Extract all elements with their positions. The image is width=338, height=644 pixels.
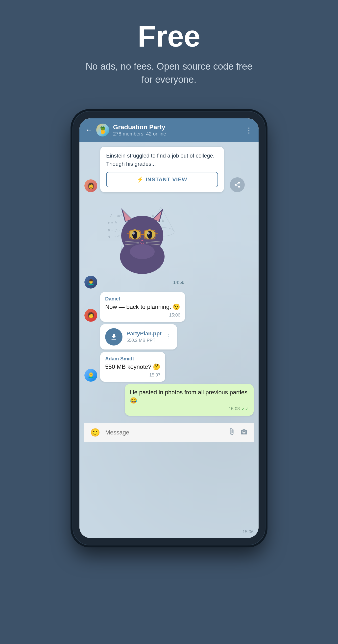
svg-line-34 xyxy=(125,243,139,243)
adam-time: 15:07 xyxy=(149,372,160,378)
instant-view-card: Einstein struggled to find a job out of … xyxy=(100,147,224,192)
svg-point-24 xyxy=(147,231,152,239)
input-bar: 🙂 xyxy=(84,423,254,442)
chat-header: ← 🍍 Graduation Party 278 members, 42 onl… xyxy=(79,118,259,142)
chat-body: 👩 Einstein struggled to find a job out o… xyxy=(79,142,259,538)
adam-meta: 15:07 xyxy=(105,372,160,378)
group-avatar-emoji: 🍍 xyxy=(98,126,107,134)
emoji-button[interactable]: 🙂 xyxy=(90,428,100,437)
svg-point-25 xyxy=(132,232,135,234)
daniel-bubble: Daniel Now — back to planning. 😉 15:06 xyxy=(100,292,185,322)
daniel-text: Now — back to planning. 😉 xyxy=(105,303,180,311)
hero-section: Free No ads, no fees. Open source code f… xyxy=(0,0,338,101)
hero-title: Free xyxy=(10,20,328,52)
daniel-msg-row: 🧑 Daniel Now — back to planning. 😉 15:06 xyxy=(84,292,254,322)
group-meta: 278 members, 42 online xyxy=(113,131,241,137)
chat-info: Graduation Party 278 members, 42 online xyxy=(113,123,241,137)
phone-frame: ← 🍍 Graduation Party 278 members, 42 onl… xyxy=(72,111,266,546)
avatar-adam: 👨‍🦲 xyxy=(84,369,97,382)
daniel-time: 15:06 xyxy=(169,312,180,318)
instant-view-row: 👩 Einstein struggled to find a job out o… xyxy=(84,147,254,192)
message-input[interactable] xyxy=(105,429,223,436)
forward-button[interactable] xyxy=(230,177,245,192)
own-text: He pasted in photos from all previous pa… xyxy=(130,388,249,405)
svg-text:θ: θ xyxy=(152,214,154,218)
bottom-spacer xyxy=(84,418,254,423)
svg-point-26 xyxy=(147,232,150,234)
group-name: Graduation Party xyxy=(113,123,241,131)
svg-text:A = πr²: A = πr² xyxy=(110,214,122,218)
file-size: 550.2 MB PPT xyxy=(126,338,162,343)
file-msg-row: PartyPlan.ppt 550.2 MB PPT ⋮ 15:06 xyxy=(84,324,254,350)
daniel-sender: Daniel xyxy=(105,296,180,302)
svg-point-39 xyxy=(130,244,155,259)
lightning-icon: ⚡ xyxy=(137,176,143,183)
adam-text: 550 MB keynote? 🤔 xyxy=(105,362,160,371)
svg-point-23 xyxy=(132,231,137,239)
attach-button[interactable] xyxy=(228,428,235,437)
avatar-girl: 👩 xyxy=(84,179,97,192)
own-bubble: He pasted in photos from all previous pa… xyxy=(125,384,254,416)
file-menu-button[interactable]: ⋮ xyxy=(166,333,172,340)
own-time: 15:08 xyxy=(229,406,240,412)
iv-preview-text: Einstein struggled to find a job out of … xyxy=(106,152,218,168)
avatar-guy1: 👨‍🦱 xyxy=(84,276,97,288)
cat-sticker: A = πr² V = l³ P = 2πr A = πr² θ h s = √… xyxy=(100,195,184,279)
adam-msg-row: 👨‍🦲 Adam Smidt 550 MB keynote? 🤔 15:07 xyxy=(84,352,254,382)
file-name: PartyPlan.ppt xyxy=(126,330,162,337)
adam-bubble: Adam Smidt 550 MB keynote? 🤔 15:07 xyxy=(100,352,165,382)
own-msg-row: He pasted in photos from all previous pa… xyxy=(84,384,254,416)
adam-sender: Adam Smidt xyxy=(105,356,160,362)
svg-line-37 xyxy=(146,243,160,243)
file-info: PartyPlan.ppt 550.2 MB PPT xyxy=(126,330,162,343)
svg-text:V = l³: V = l³ xyxy=(108,221,117,225)
sticker-row: 👨‍🦱 A = πr² V = l³ P = 2πr xyxy=(84,195,254,288)
phone-wrapper: ← 🍍 Graduation Party 278 members, 42 onl… xyxy=(72,111,266,546)
file-time: 15:06 xyxy=(243,529,254,534)
svg-text:A = πr²: A = πr² xyxy=(107,234,120,239)
instant-view-label: INSTANT VIEW xyxy=(145,176,187,183)
file-download-button[interactable] xyxy=(105,328,122,346)
sticker-time: 14:58 xyxy=(173,280,184,285)
file-time-container: 15:06 xyxy=(243,529,254,534)
hero-subtitle: No ads, no fees. Open source code free f… xyxy=(82,60,256,86)
phone-screen: ← 🍍 Graduation Party 278 members, 42 onl… xyxy=(79,118,259,538)
svg-text:P = 2πr: P = 2πr xyxy=(107,228,120,232)
camera-button[interactable] xyxy=(240,428,248,437)
svg-text:h: h xyxy=(162,218,164,223)
avatar-daniel: 🧑 xyxy=(84,309,97,322)
own-meta: 15:08 ✓✓ xyxy=(130,406,249,412)
sticker-avatar-col: 👨‍🦱 xyxy=(84,276,100,288)
sticker-area: A = πr² V = l³ P = 2πr A = πr² θ h s = √… xyxy=(100,195,184,285)
group-avatar: 🍍 xyxy=(96,124,109,136)
chat-menu-button[interactable]: ⋮ xyxy=(245,126,253,134)
instant-view-button[interactable]: ⚡ INSTANT VIEW xyxy=(106,172,218,187)
daniel-meta: 15:06 xyxy=(105,312,180,318)
back-button[interactable]: ← xyxy=(85,126,92,134)
read-receipt-icon: ✓✓ xyxy=(241,406,249,412)
file-bubble: PartyPlan.ppt 550.2 MB PPT ⋮ 15:06 xyxy=(100,324,177,350)
